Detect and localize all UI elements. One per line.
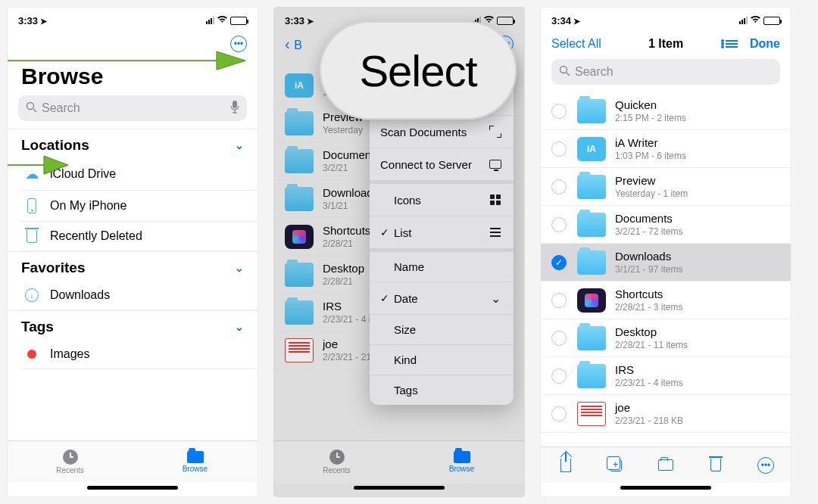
tags-header[interactable]: Tags ⌄ [8, 310, 258, 340]
battery-icon [763, 17, 780, 25]
menu-connect-server[interactable]: Connect to Server [370, 148, 514, 181]
menu-sort-kind[interactable]: Kind [370, 345, 514, 375]
file-sub: 2:15 PM - 2 items [615, 113, 686, 123]
svg-line-1 [33, 109, 36, 112]
file-name: IRS [615, 363, 682, 376]
file-row[interactable]: Desktop 2/28/21 - 11 items [541, 319, 791, 357]
battery-icon [230, 17, 247, 25]
folder-icon [577, 326, 606, 350]
location-icon: ➤ [307, 17, 314, 26]
file-name: Quicken [615, 98, 686, 111]
folder-icon [577, 213, 606, 237]
file-name: Shortcuts [323, 224, 370, 237]
tab-browse[interactable]: Browse [133, 441, 258, 483]
shortcuts-icon [577, 288, 606, 313]
svg-point-0 [27, 102, 34, 109]
tag-images[interactable]: Images [21, 340, 258, 369]
download-icon: ↓ [21, 288, 42, 302]
phone-icon [21, 198, 42, 213]
menu-sort-size[interactable]: Size [370, 315, 514, 345]
file-row[interactable]: ✓ Downloads 3/1/21 - 97 items [541, 244, 791, 282]
search-field[interactable]: Search [18, 95, 247, 121]
file-row[interactable]: iA iA Writer 1:03 PM - 6 items [541, 130, 791, 168]
checkbox-icon[interactable] [551, 369, 567, 384]
location-on-my-iphone[interactable]: On My iPhone [21, 191, 258, 222]
annotation-arrow-to-icloud [8, 151, 70, 182]
nav-bar: Select All 1 Item Done [541, 29, 791, 59]
file-name: Desktop [323, 262, 364, 275]
file-name: joe [615, 401, 683, 414]
cell-signal-icon [739, 17, 748, 24]
chevron-down-icon: ⌄ [235, 139, 244, 151]
clock-icon [329, 450, 345, 465]
checkbox-icon[interactable] [551, 179, 567, 194]
menu-view-icons[interactable]: Icons [370, 184, 514, 216]
file-row[interactable]: Documents 3/2/21 - 72 items [541, 206, 791, 244]
done-button[interactable]: Done [750, 37, 780, 51]
file-sub: 2/28/21 - 3 items [615, 302, 682, 313]
more-button[interactable]: ••• [757, 457, 774, 474]
menu-sort-name[interactable]: Name [370, 252, 514, 282]
folder-icon [285, 263, 314, 287]
select-all-button[interactable]: Select All [551, 37, 601, 51]
file-sub: 2/28/21 [323, 238, 370, 249]
duplicate-button[interactable] [607, 457, 624, 474]
home-indicator [274, 483, 524, 496]
file-row[interactable]: joe 2/23/21 - 218 KB [541, 395, 791, 433]
delete-button[interactable] [707, 457, 724, 474]
shortcuts-icon [285, 225, 314, 249]
grid-icon [488, 192, 503, 207]
home-indicator [8, 483, 258, 496]
screenshot-menu: 3:33➤ ‹ B ••• iA iA Writer 1:03 PM Previ… [274, 8, 524, 496]
menu-view-list[interactable]: ✓List [370, 216, 514, 249]
checkbox-icon[interactable] [551, 217, 567, 232]
favorites-header[interactable]: Favorites ⌄ [8, 251, 258, 281]
status-bar: 3:34➤ [541, 12, 791, 29]
move-button[interactable] [657, 457, 674, 474]
file-sub: 3/2/21 - 72 items [615, 226, 682, 237]
file-row[interactable]: IRS 2/23/21 - 4 items [541, 357, 791, 395]
chevron-down-icon: ⌄ [488, 291, 503, 306]
wifi-icon [750, 15, 761, 26]
folder-icon [577, 175, 606, 199]
checkbox-icon[interactable] [551, 293, 567, 308]
cell-signal-icon [206, 17, 214, 24]
file-sub: 2/23/21 - 4 items [615, 378, 682, 388]
svg-rect-2 [233, 101, 237, 108]
mic-icon[interactable] [230, 100, 239, 117]
checkbox-icon[interactable]: ✓ [551, 255, 567, 270]
share-button[interactable] [557, 457, 574, 474]
checkbox-icon[interactable] [551, 142, 567, 157]
file-name: iA Writer [615, 136, 686, 149]
checkbox-icon[interactable] [551, 406, 567, 422]
file-name: Shortcuts [615, 288, 682, 300]
clock-icon [63, 450, 78, 465]
menu-scan-documents[interactable]: Scan Documents [370, 116, 514, 148]
annotation-magnifier: Select [320, 21, 517, 120]
folder-icon [577, 99, 606, 123]
file-row[interactable]: Shortcuts 2/28/21 - 3 items [541, 282, 791, 319]
tab-recents[interactable]: Recents [8, 441, 133, 483]
search-icon [559, 65, 570, 79]
back-button[interactable]: ‹ B [285, 36, 302, 53]
menu-sort-date[interactable]: ✓Date ⌄ [370, 282, 514, 315]
favorite-downloads[interactable]: ↓ Downloads [21, 281, 258, 310]
location-recently-deleted[interactable]: Recently Deleted [21, 222, 258, 251]
file-row[interactable]: Preview Yesterday - 1 item [541, 168, 791, 206]
folder-icon [285, 111, 314, 135]
checkbox-icon[interactable] [551, 331, 567, 346]
tab-recents[interactable]: Recents [274, 441, 399, 483]
tab-browse[interactable]: Browse [399, 441, 524, 483]
checkbox-icon[interactable] [551, 104, 567, 119]
folder-icon [285, 149, 314, 173]
ia-writer-icon: iA [285, 73, 314, 98]
search-field[interactable]: Search [551, 59, 780, 85]
file-sub: 1:03 PM - 6 items [615, 151, 686, 161]
tab-bar: Recents Browse [8, 440, 258, 483]
menu-sort-tags[interactable]: Tags [370, 375, 514, 405]
file-sub: 3/1/21 - 97 items [615, 264, 682, 275]
document-icon [285, 338, 314, 362]
file-row[interactable]: Quicken 2:15 PM - 2 items [541, 92, 791, 130]
list-view-icon[interactable] [726, 40, 738, 48]
file-name: Documents [615, 212, 682, 225]
